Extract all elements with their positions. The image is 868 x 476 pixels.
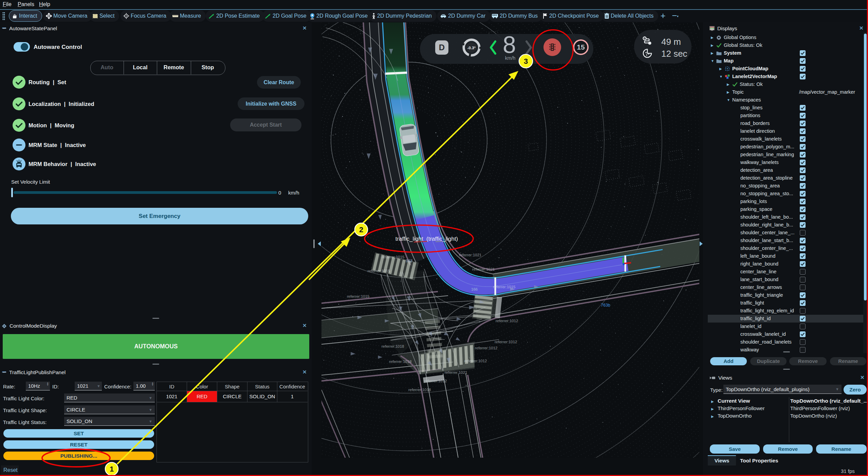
svg-text:166: 166 bbox=[471, 287, 478, 291]
svg-text:referrer:1015: referrer:1015 bbox=[347, 294, 369, 298]
svg-text:referrer:1015: referrer:1015 bbox=[493, 285, 515, 289]
svg-text:referrer:1021: referrer:1021 bbox=[472, 267, 495, 271]
svg-text:referrer:1015: referrer:1015 bbox=[368, 269, 390, 273]
svg-text:referrer:1012: referrer:1012 bbox=[475, 346, 497, 350]
svg-text:referrer:1012: referrer:1012 bbox=[464, 359, 487, 363]
svg-text:referrer:1021: referrer:1021 bbox=[459, 253, 481, 257]
svg-text:referrer:1018: referrer:1018 bbox=[389, 360, 411, 364]
svg-text:referrer:1015: referrer:1015 bbox=[382, 255, 404, 259]
svg-text:referrer:1021: referrer:1021 bbox=[445, 370, 467, 374]
svg-text:-0.3°: -0.3° bbox=[467, 46, 476, 50]
svg-text:163: 163 bbox=[406, 259, 412, 263]
svg-text:referrer:1012: referrer:1012 bbox=[424, 379, 447, 383]
svg-text:referrer:1012: referrer:1012 bbox=[496, 319, 518, 323]
svg-text:referrer:1018: referrer:1018 bbox=[408, 388, 431, 392]
svg-text:referrer:1018: referrer:1018 bbox=[382, 344, 404, 348]
svg-text:763b: 763b bbox=[601, 303, 610, 308]
svg-text:referrer:1012: referrer:1012 bbox=[495, 340, 517, 344]
